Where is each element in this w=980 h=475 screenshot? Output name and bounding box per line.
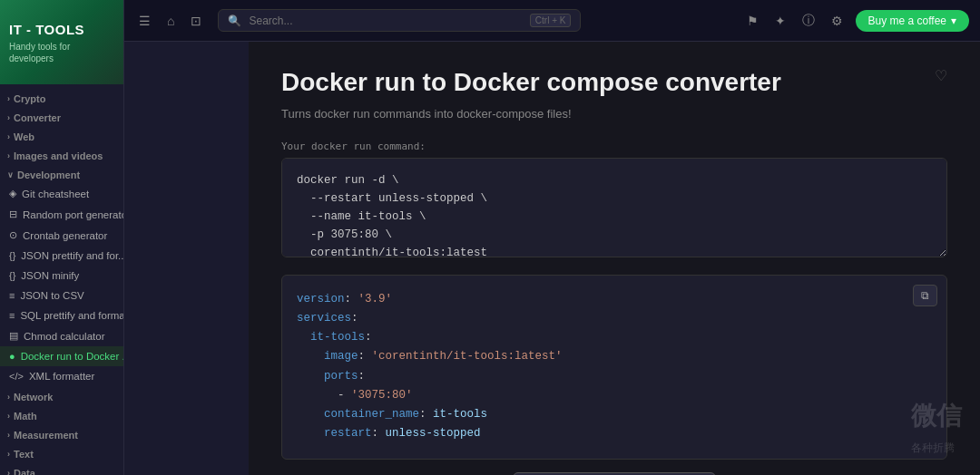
chevron-down-icon: ▾ — [951, 15, 956, 27]
json-icon: {} — [9, 250, 15, 261]
sidebar-category-crypto[interactable]: › Crypto — [0, 88, 123, 107]
sidebar-category-label: Web — [14, 131, 34, 142]
menu-icon[interactable]: ☰ — [135, 10, 154, 32]
chmod-icon: ▤ — [9, 330, 18, 342]
sidebar-item-json-prettify[interactable]: {} JSON prettify and for... — [0, 246, 123, 266]
page-subtitle: Turns docker run commands into docker-co… — [281, 107, 947, 121]
sidebar-item-json-csv[interactable]: ≡ JSON to CSV — [0, 286, 123, 305]
sidebar-category-web[interactable]: › Web — [0, 126, 123, 145]
chevron-right-icon: › — [7, 94, 10, 103]
sidebar-item-crontab[interactable]: ⊙ Crontab generator — [0, 225, 123, 246]
heart-icon[interactable]: ♡ — [935, 67, 947, 84]
app-title: IT - TOOLS — [9, 22, 114, 37]
sidebar-category-label: Text — [14, 449, 34, 460]
port-icon: ⊟ — [9, 208, 17, 220]
sidebar-category-network[interactable]: › Network — [0, 386, 123, 405]
search-shortcut: Ctrl + K — [530, 14, 572, 27]
buy-coffee-label: Buy me a coffee — [868, 15, 947, 27]
app-subtitle: Handy tools for developers — [9, 41, 114, 64]
docker-icon: ● — [9, 351, 15, 362]
chevron-down-icon: ∨ — [7, 170, 14, 179]
buy-coffee-button[interactable]: Buy me a coffee ▾ — [856, 10, 970, 32]
sidebar-item-docker-run[interactable]: ● Docker run to Docker ... — [0, 346, 123, 366]
sidebar-category-text[interactable]: › Text — [0, 443, 123, 462]
sidebar-category-measurement[interactable]: › Measurement — [0, 424, 123, 443]
main-content: ♡ Docker run to Docker compose converter… — [249, 42, 980, 475]
search-input[interactable] — [249, 15, 522, 27]
chevron-right-icon: › — [7, 393, 10, 402]
sidebar-category-label: Development — [17, 170, 80, 180]
search-icon: 🔍 — [228, 15, 241, 27]
sidebar-category-images[interactable]: › Images and videos — [0, 145, 123, 164]
sidebar-category-label: Math — [14, 411, 37, 422]
bookmark-icon[interactable]: ⊡ — [187, 10, 205, 32]
sidebar-category-label: Measurement — [14, 430, 78, 441]
sidebar-item-sql-prettify[interactable]: ≡ SQL prettify and format — [0, 305, 123, 325]
chevron-right-icon: › — [7, 469, 10, 475]
xml-icon: </> — [9, 371, 24, 382]
chevron-right-icon: › — [7, 151, 10, 160]
info-icon[interactable]: ⓘ — [799, 9, 818, 33]
sidebar-item-random-port[interactable]: ⊟ Random port generator — [0, 204, 123, 225]
page-title: Docker run to Docker compose converter — [281, 67, 947, 98]
flag-icon[interactable]: ⚑ — [743, 10, 762, 32]
yaml-content: version: '3.9' services: it-tools: image… — [297, 290, 932, 444]
sidebar-category-label: Images and videos — [14, 150, 103, 161]
sidebar: IT - TOOLS Handy tools for developers › … — [0, 0, 124, 475]
sidebar-category-converter[interactable]: › Converter — [0, 107, 123, 126]
crontab-icon: ⊙ — [9, 229, 17, 241]
sidebar-category-label: Data — [14, 468, 35, 475]
copy-button[interactable]: ⧉ — [913, 285, 937, 306]
git-icon: ◈ — [9, 188, 16, 199]
search-box[interactable]: 🔍 Ctrl + K — [218, 9, 581, 32]
topbar: ☰ ⌂ ⊡ 🔍 Ctrl + K ⚑ ✦ ⓘ ⚙ Buy me a coffee… — [124, 0, 980, 42]
sql-icon: ≡ — [9, 310, 15, 321]
download-button[interactable]: Download docker-compose.yml — [513, 472, 715, 475]
chevron-right-icon: › — [7, 412, 10, 421]
sidebar-category-label: Converter — [14, 112, 61, 123]
copy-icon: ⧉ — [921, 289, 929, 302]
csv-icon: ≡ — [9, 290, 15, 301]
sidebar-item-chmod[interactable]: ▤ Chmod calculator — [0, 325, 123, 346]
chevron-right-icon: › — [7, 132, 10, 141]
chevron-right-icon: › — [7, 113, 10, 122]
sidebar-item-json-minify[interactable]: {} JSON minify — [0, 266, 123, 286]
sidebar-category-data[interactable]: › Data — [0, 462, 123, 475]
topbar-right: ⚑ ✦ ⓘ ⚙ Buy me a coffee ▾ — [743, 9, 970, 33]
twitter-icon[interactable]: ✦ — [771, 10, 789, 32]
sidebar-category-label: Network — [14, 392, 53, 402]
input-label: Your docker run command: — [281, 141, 947, 152]
sidebar-item-xml-formatter[interactable]: </> XML formatter — [0, 366, 123, 386]
home-icon[interactable]: ⌂ — [163, 10, 178, 32]
yaml-output-box: ⧉ version: '3.9' services: it-tools: ima… — [281, 275, 947, 460]
sidebar-category-label: Crypto — [14, 93, 45, 104]
sidebar-category-development[interactable]: ∨ Development — [0, 164, 123, 183]
chevron-right-icon: › — [7, 431, 10, 440]
sidebar-item-git-cheatsheet[interactable]: ◈ Git cheatsheet — [0, 183, 123, 204]
json-icon: {} — [9, 270, 15, 281]
settings-icon[interactable]: ⚙ — [828, 10, 847, 32]
sidebar-header: IT - TOOLS Handy tools for developers — [0, 0, 123, 84]
sidebar-nav: › Crypto › Converter › Web › Images and … — [0, 84, 123, 475]
docker-run-input[interactable]: docker run -d \ --restart unless-stopped… — [281, 158, 947, 257]
sidebar-category-math[interactable]: › Math — [0, 405, 123, 424]
chevron-right-icon: › — [7, 450, 10, 459]
